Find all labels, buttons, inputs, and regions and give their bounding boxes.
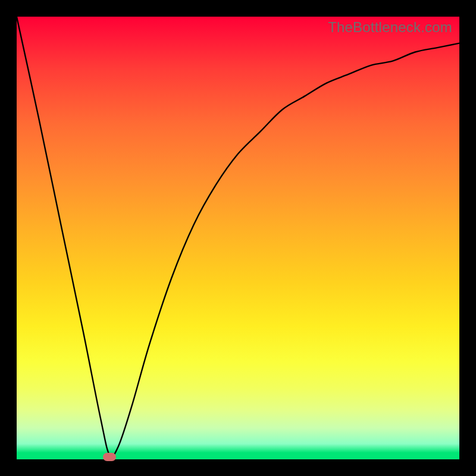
plot-area: TheBottleneck.com xyxy=(17,17,459,459)
curve-path xyxy=(17,17,459,456)
bottleneck-curve xyxy=(17,17,459,459)
optimum-marker xyxy=(103,453,116,461)
chart-frame: TheBottleneck.com xyxy=(0,0,476,476)
